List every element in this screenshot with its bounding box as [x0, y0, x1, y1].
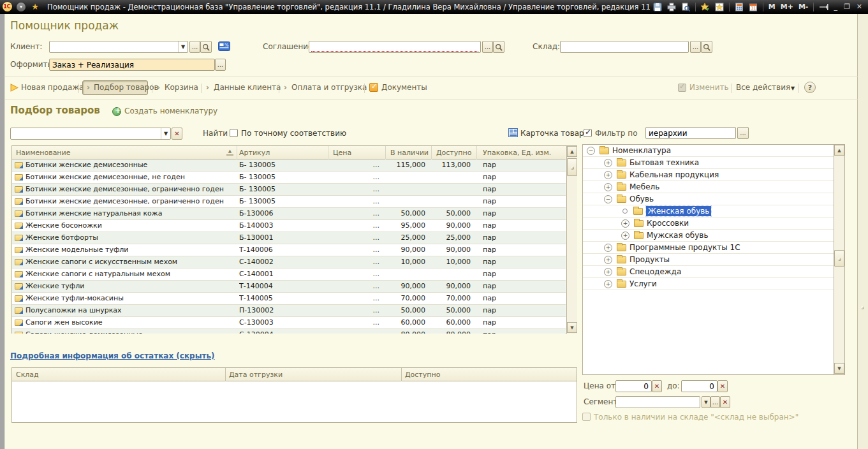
create-nomenclature-button[interactable]: Создать номенклатуру — [124, 107, 217, 115]
tree-item[interactable]: −Номенклатура — [583, 145, 834, 157]
all-actions-button[interactable]: Все действия — [736, 83, 790, 92]
price-picker-cell[interactable]: ... — [330, 317, 383, 328]
scroll-up-icon[interactable]: ▲ — [567, 146, 577, 157]
client-input[interactable] — [49, 41, 188, 53]
print-preview-icon[interactable] — [680, 2, 691, 12]
table-row[interactable]: Женские ботфортыБ-130001...25,00025,000п… — [12, 232, 566, 244]
expand-icon[interactable]: + — [604, 183, 612, 191]
table-row[interactable]: Сапоги женские демисезонныеС-130004...80… — [12, 329, 566, 334]
window-scrollbar[interactable] — [857, 14, 868, 449]
expand-icon[interactable]: + — [604, 244, 612, 252]
product-card-button[interactable]: Карточка товара — [520, 129, 589, 138]
tree-item[interactable]: +Мебель — [583, 181, 834, 193]
memory-m-plus-button[interactable]: M+ — [778, 3, 796, 11]
scroll-down-icon[interactable]: ▼ — [567, 322, 577, 333]
tree-item[interactable]: +Программные продукты 1С — [583, 242, 834, 254]
expand-icon[interactable]: + — [621, 232, 629, 240]
tree-item[interactable]: +Кроссовки — [583, 217, 834, 230]
column-available[interactable]: Доступно — [405, 368, 533, 381]
close-button[interactable]: ✕ — [853, 3, 865, 11]
exact-match-checkbox[interactable] — [230, 129, 238, 137]
scroll-down-icon[interactable]: ▼ — [834, 363, 844, 374]
save-icon[interactable] — [652, 2, 663, 12]
filter-value-input[interactable] — [645, 127, 736, 139]
tree-item[interactable]: +Бытовая техника — [583, 157, 834, 169]
calculator-icon[interactable] — [733, 2, 745, 12]
price-picker-cell[interactable]: ... — [330, 232, 383, 244]
expand-icon[interactable]: + — [604, 171, 612, 179]
print-icon[interactable] — [666, 2, 677, 12]
warehouse-choose-button[interactable]: ... — [690, 41, 701, 53]
fit-width-icon[interactable] — [818, 2, 829, 12]
segment-choose-button[interactable]: ... — [710, 396, 720, 408]
agreement-search-button[interactable] — [493, 41, 504, 53]
only-in-stock-checkbox[interactable] — [582, 413, 591, 421]
table-row[interactable]: Женские сапоги с натуральным мехомС-1400… — [12, 269, 566, 281]
price-picker-cell[interactable]: ... — [330, 305, 383, 316]
client-choose-button[interactable]: ... — [189, 41, 200, 53]
table-row[interactable]: Женские модельные туфлиТ-140006...90,000… — [12, 244, 566, 256]
collapse-icon[interactable]: − — [587, 147, 595, 155]
table-row[interactable]: Женские туфли-мокасиныТ-140005...70,0007… — [12, 293, 566, 305]
tab-cart[interactable]: Корзина — [165, 83, 198, 92]
price-picker-cell[interactable]: ... — [330, 269, 383, 280]
favorites-list-icon[interactable] — [714, 2, 725, 12]
table-row[interactable]: Женские туфлиТ-140004...90,00090,000пар — [12, 281, 566, 293]
price-picker-cell[interactable]: ... — [330, 244, 383, 256]
table-row[interactable]: Ботинки женские натуральная кожаБ-130006… — [12, 208, 566, 220]
column-name[interactable]: Наименование — [16, 146, 226, 159]
column-in-stock[interactable]: В наличии — [390, 146, 429, 159]
table-row[interactable]: Ботинки женские демисезонные, ограниченн… — [12, 196, 566, 208]
minimize-button[interactable]: _ — [830, 3, 841, 11]
price-picker-cell[interactable]: ... — [330, 184, 383, 195]
add-favorite-icon[interactable] — [700, 2, 711, 12]
filter-by-checkbox[interactable] — [584, 129, 592, 137]
price-picker-cell[interactable]: ... — [330, 329, 383, 334]
price-picker-cell[interactable]: ... — [330, 281, 383, 292]
table-row[interactable]: Женские сапоги с искусственным мехомС-14… — [12, 256, 566, 269]
collapse-icon[interactable]: − — [604, 195, 612, 203]
price-from-input[interactable] — [615, 380, 652, 392]
price-to-input[interactable] — [681, 380, 717, 392]
table-row[interactable]: Полусапожки на шнуркахП-130002...50,0005… — [12, 305, 566, 317]
price-picker-cell[interactable]: ... — [330, 172, 383, 183]
table-row[interactable]: Ботинки женские демисезонныеБ- 130005...… — [12, 159, 566, 172]
issue-choose-button[interactable]: ... — [215, 59, 226, 71]
expand-icon[interactable]: + — [604, 268, 612, 276]
search-input[interactable] — [10, 128, 171, 140]
tab-client-data[interactable]: Данные клиента — [214, 83, 281, 92]
client-search-button[interactable] — [200, 41, 212, 53]
products-table-header[interactable]: Наименование ▲ Артикул Цена В наличии До… — [12, 146, 566, 159]
expand-icon[interactable]: + — [621, 219, 629, 228]
tree-item[interactable]: Женская обувь — [583, 205, 834, 217]
column-price[interactable]: Цена — [333, 146, 381, 159]
favorites-star-icon[interactable]: ★ — [29, 2, 41, 12]
tree-item[interactable]: +Мужская обувь — [583, 230, 834, 242]
tree-item[interactable]: +Продукты — [583, 254, 834, 266]
client-dropdown-icon[interactable]: ▼ — [178, 41, 188, 52]
agreement-choose-button[interactable]: ... — [482, 41, 493, 53]
calendar-icon[interactable]: 31 — [747, 2, 759, 12]
agreement-input[interactable] — [309, 41, 481, 53]
segment-input[interactable] — [615, 396, 700, 408]
segment-clear-button[interactable]: ✕ — [720, 396, 730, 408]
price-picker-cell[interactable]: ... — [330, 293, 383, 304]
table-row[interactable]: Ботинки женские демисезонные, не годенБ-… — [12, 172, 566, 184]
help-button[interactable]: ? — [804, 82, 816, 93]
tab-product-selection[interactable]: Подбор товаров — [94, 83, 159, 92]
column-packaging-unit[interactable]: Упаковка, Ед. изм. — [483, 146, 564, 159]
warehouse-search-button[interactable] — [701, 41, 712, 53]
issue-mode-input[interactable] — [49, 59, 215, 71]
scroll-thumb[interactable] — [567, 158, 577, 176]
search-dropdown-icon[interactable]: ▼ — [161, 128, 170, 139]
1c-logo-icon[interactable]: 1С — [1, 2, 13, 12]
scroll-thumb[interactable] — [834, 250, 844, 267]
search-clear-button[interactable]: ✕ — [172, 128, 182, 140]
expand-icon[interactable]: + — [604, 159, 612, 167]
price-picker-cell[interactable]: ... — [330, 220, 383, 232]
tree-item[interactable]: −Обувь — [583, 193, 834, 205]
edit-button[interactable]: Изменить — [689, 83, 729, 92]
expand-icon[interactable]: + — [604, 280, 612, 288]
price-picker-cell[interactable]: ... — [330, 256, 383, 268]
price-from-clear-button[interactable]: ✕ — [652, 380, 662, 392]
